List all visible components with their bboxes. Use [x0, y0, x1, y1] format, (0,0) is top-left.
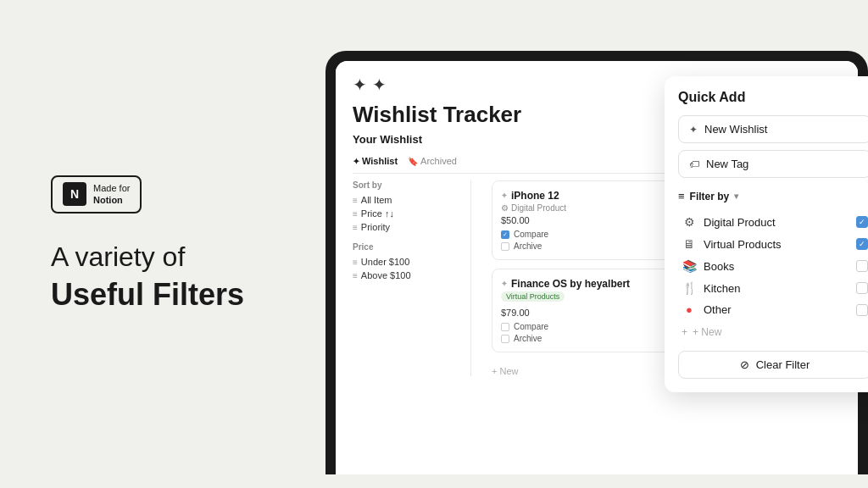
- archived-tab-icon: 🔖: [408, 157, 418, 166]
- sort-priority-item[interactable]: Priority: [353, 222, 462, 232]
- filter-chevron-icon: ▾: [734, 191, 738, 201]
- filter-label-virtual-products: Virtual Products: [704, 238, 849, 251]
- item-tag-badge-1: Virtual Products: [501, 291, 565, 302]
- new-wishlist-label: New Wishlist: [704, 123, 767, 136]
- filter-label-books: Books: [704, 260, 849, 273]
- item-tag-icon-0: ⚙: [501, 203, 509, 213]
- new-wishlist-icon: ✦: [689, 124, 698, 136]
- compare-checkbox-0[interactable]: [501, 230, 509, 239]
- price-section: Price Under $100 Above $100: [353, 242, 462, 280]
- notion-label: Notion: [93, 194, 130, 206]
- clear-filter-label: Clear Filter: [756, 358, 810, 371]
- price-above-100[interactable]: Above $100: [353, 270, 462, 280]
- filter-icon-books: 📚: [682, 259, 697, 273]
- add-new-filter-icon: +: [682, 326, 687, 338]
- made-for-label: Made for: [93, 182, 130, 194]
- filter-label-kitchen: Kitchen: [704, 282, 849, 295]
- new-tag-button[interactable]: 🏷 New Tag: [678, 150, 868, 178]
- new-tag-icon: 🏷: [689, 158, 699, 170]
- filter-item-other[interactable]: ● Other: [678, 299, 868, 320]
- clear-filter-button[interactable]: ⊘ Clear Filter: [678, 351, 868, 379]
- clear-filter-icon: ⊘: [740, 358, 749, 371]
- sort-price-item[interactable]: Price ↑↓: [353, 208, 462, 219]
- filter-checkbox-virtual-products[interactable]: [856, 238, 868, 250]
- filter-icon-other: ●: [682, 303, 697, 316]
- filter-item-virtual-products[interactable]: 🖥 Virtual Products: [678, 233, 868, 255]
- tab-archived[interactable]: 🔖 Archived: [408, 156, 457, 166]
- left-section: N Made for Notion A variety of Useful Fi…: [0, 0, 331, 488]
- notion-badge: N Made for Notion: [51, 175, 142, 214]
- filter-icon-virtual-products: 🖥: [682, 237, 697, 251]
- filter-checkbox-other[interactable]: [856, 304, 868, 316]
- archive-label-1: Archive: [514, 334, 542, 343]
- archive-checkbox-1[interactable]: [501, 335, 509, 343]
- filter-by-list-icon: ≡: [678, 190, 685, 202]
- filter-by-label: Filter by: [690, 191, 730, 202]
- device-container: ✦ ✦ Wishlist Tracker Your Wishlist ✦ Wis…: [326, 51, 868, 488]
- notion-logo-icon: N: [63, 182, 86, 206]
- filter-item-books[interactable]: 📚 Books: [678, 255, 868, 277]
- left-panel: Sort by All Item Price ↑↓ Priority Price…: [353, 180, 471, 376]
- add-new-label: + New: [492, 366, 519, 376]
- compare-label-0: Compare: [514, 230, 548, 239]
- new-filter-row[interactable]: + + New: [678, 322, 868, 342]
- archive-checkbox-0[interactable]: [501, 242, 509, 251]
- filter-item-digital-product[interactable]: ⚙ Digital Product: [678, 211, 868, 233]
- price-section-title: Price: [353, 242, 462, 252]
- quick-add-panel: Quick Add ✦ New Wishlist 🏷 New Tag ≡ Fil…: [665, 76, 868, 392]
- badge-text: Made for Notion: [93, 182, 130, 207]
- sort-section-title: Sort by: [353, 180, 462, 190]
- tab-archived-label: Archived: [420, 156, 457, 166]
- filter-icon-digital-product: ⚙: [682, 215, 697, 229]
- item-icon-0: ✦: [501, 191, 508, 200]
- archive-label-0: Archive: [514, 241, 542, 251]
- compare-label-1: Compare: [514, 322, 548, 331]
- filter-item-kitchen[interactable]: 🍴 Kitchen: [678, 277, 868, 299]
- sort-all-item[interactable]: All Item: [353, 195, 462, 205]
- filter-checkbox-digital-product[interactable]: [856, 216, 868, 228]
- compare-checkbox-1[interactable]: [501, 323, 509, 331]
- quick-add-title: Quick Add: [678, 90, 868, 105]
- price-under-100[interactable]: Under $100: [353, 257, 462, 267]
- filter-label-other: Other: [704, 303, 849, 316]
- filter-checkbox-kitchen[interactable]: [856, 282, 868, 294]
- tab-wishlist[interactable]: ✦ Wishlist: [353, 156, 398, 166]
- wishlist-tab-icon: ✦: [353, 157, 359, 166]
- tab-wishlist-label: Wishlist: [362, 156, 398, 166]
- filter-checkbox-books[interactable]: [856, 260, 868, 272]
- new-tag-label: New Tag: [706, 158, 748, 170]
- item-icon-1: ✦: [501, 280, 508, 288]
- tagline-light: A variety of: [51, 241, 331, 273]
- filter-label-digital-product: Digital Product: [704, 216, 849, 229]
- filter-by-header: ≡ Filter by ▾: [678, 190, 868, 202]
- new-filter-label: + New: [693, 326, 721, 338]
- tagline-bold: Useful Filters: [51, 276, 331, 313]
- filter-icon-kitchen: 🍴: [682, 281, 697, 295]
- new-wishlist-button[interactable]: ✦ New Wishlist: [678, 115, 868, 143]
